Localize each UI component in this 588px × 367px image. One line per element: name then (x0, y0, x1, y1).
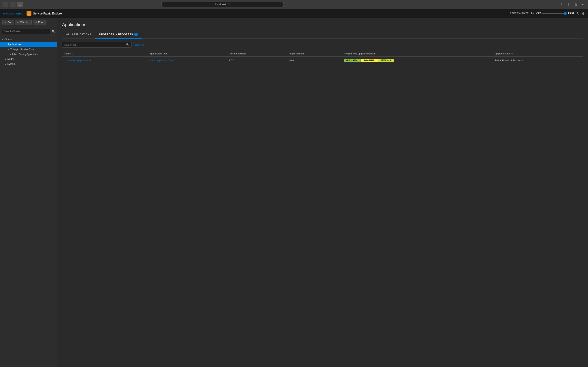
chevron-down-icon: ▼ (2, 39, 4, 41)
sidebar-item-applications[interactable]: ▼ Applications (0, 42, 57, 47)
status-bar: ✔ OK ⚠ Warning ✖ Error (0, 18, 57, 27)
browser-chrome: ‹ › □ localhost ↻ ⬇ ⬆ ⧉ + (0, 0, 588, 9)
header-right: REFRESH RATE 2s OFF FAST ↻ ⚙ (510, 12, 585, 16)
cell-upgrade-domain: b9d52c016a... c2e9eff1976... cf68563e16.… (342, 57, 492, 64)
ok-status-button[interactable]: ✔ OK (2, 20, 13, 25)
search-filter-icon: 🔍 (126, 43, 129, 46)
table-header-row: Name ▲ Application Type Current Version … (62, 51, 583, 57)
app-title-text: Service Fabric Explorer (33, 12, 63, 15)
error-status-button[interactable]: ✖ Error (33, 20, 46, 25)
warning-label: Warning (20, 21, 29, 24)
cell-target-version: 2.0.0 (286, 57, 341, 64)
applications-label: Applications (8, 43, 21, 46)
search-cluster: 🔍 (0, 27, 57, 36)
system-label: System (7, 63, 16, 66)
content-header: Applications ALL APPLICATIONS UPGRADES I… (57, 18, 588, 39)
sidebar-item-system[interactable]: ▶ System (0, 62, 57, 67)
search-list-input[interactable] (64, 43, 125, 46)
error-icon: ✖ (35, 21, 37, 24)
refresh-rate-label: REFRESH RATE (510, 12, 528, 15)
sidebar-item-nodes[interactable]: ▶ Nodes (0, 57, 57, 62)
back-button[interactable]: ‹ (2, 2, 8, 7)
column-header-upgrade-state: Upgrade State ▽ (492, 51, 583, 57)
ok-icon: ✔ (5, 21, 7, 24)
app-title: ⬡ Service Fabric Explorer (26, 11, 63, 16)
azure-logo: Microsoft Azure (3, 12, 23, 15)
add-tab-icon[interactable]: + (580, 2, 586, 7)
search-filter-bar: 🔍 Reset All (62, 42, 583, 48)
tab-badge: 1 (134, 33, 138, 36)
refresh-icon[interactable]: ↻ (577, 12, 579, 16)
page-title: Applications (62, 22, 583, 27)
download-icon[interactable]: ⬇ (559, 2, 565, 7)
fabric-icon: ⬡ (26, 11, 31, 16)
cell-app-type: VotingApplicationType (147, 57, 226, 64)
app-type-link[interactable]: VotingApplicationType (149, 59, 173, 62)
search-cluster-button[interactable]: 🔍 (52, 30, 55, 33)
off-label: OFF (536, 12, 541, 15)
toggle-thumb (564, 12, 567, 15)
column-header-target-version: Target Version (286, 51, 341, 57)
window-button[interactable]: □ (17, 2, 23, 7)
chevron-down-icon: ▼ (5, 43, 7, 46)
sidebar-item-voting-app-type[interactable]: ▼ VotingApplicationType (0, 47, 57, 52)
warning-status-button[interactable]: ⚠ Warning (15, 20, 31, 25)
column-header-upgrade-domain: Progress by Upgrade Domain (342, 51, 492, 57)
tab-upgrades-in-progress[interactable]: UPGRADES IN PROGRESS 1 (95, 31, 142, 39)
share-icon[interactable]: ⬆ (566, 2, 572, 7)
cell-current-version: 1.0.0 (226, 57, 286, 64)
voting-app-type-label: VotingApplicationType (10, 48, 34, 51)
chevron-right-icon: ▶ (5, 63, 7, 65)
search-filter: 🔍 (62, 42, 131, 48)
warning-icon: ⚠ (17, 21, 19, 24)
reload-icon[interactable]: ↻ (227, 3, 230, 6)
column-header-name: Name ▲ (62, 51, 147, 57)
cell-name: fabric:/VotingApplication (62, 57, 147, 64)
table-row: fabric:/VotingApplication VotingApplicat… (62, 57, 583, 64)
column-header-app-type: Application Type (147, 51, 226, 57)
tabs-icon[interactable]: ⧉ (573, 2, 579, 7)
tab-upgrades-label: UPGRADES IN PROGRESS (99, 33, 133, 36)
app-header: Microsoft Azure ⬡ Service Fabric Explore… (0, 9, 588, 18)
chevron-right-icon: ▶ (5, 58, 7, 60)
tab-all-applications[interactable]: ALL APPLICATIONS (62, 31, 95, 39)
filter-icon[interactable]: ▽ (511, 53, 513, 55)
name-link[interactable]: fabric:/VotingApplication (65, 59, 91, 62)
sidebar-item-cluster[interactable]: ▼ Cluster (0, 37, 57, 42)
refresh-rate-value: 2s (531, 12, 534, 15)
upgrade-domain-bar-3[interactable]: cf68563e16... (378, 59, 394, 62)
sidebar: ✔ OK ⚠ Warning ✖ Error 🔍 ▼ Cluster ▼ (0, 18, 57, 367)
browser-actions: ⬇ ⬆ ⧉ + (559, 2, 586, 7)
tabs: ALL APPLICATIONS UPGRADES IN PROGRESS 1 (62, 31, 583, 39)
upgrade-domain-bars: b9d52c016a... c2e9eff1976... cf68563e16.… (344, 59, 490, 62)
refresh-toggle: OFF FAST (536, 12, 574, 15)
cluster-label: Cluster (4, 38, 12, 41)
chevron-down-icon: ▼ (7, 48, 9, 50)
cell-upgrade-state: RollingForwardInProgress (492, 57, 583, 64)
settings-icon[interactable]: ⚙ (582, 12, 585, 16)
search-cluster-input[interactable] (2, 29, 50, 34)
upgrade-domain-bar-1[interactable]: b9d52c016a... (344, 59, 361, 62)
error-label: Error (38, 21, 44, 24)
tab-all-applications-label: ALL APPLICATIONS (66, 33, 91, 36)
upgrade-domain-bar-2[interactable]: c2e9eff1976... (361, 59, 378, 62)
reset-all-button[interactable]: Reset All (134, 43, 144, 46)
toggle-slider[interactable] (542, 13, 567, 14)
sidebar-item-voting-application[interactable]: ▶ fabric:/VotingApplication (0, 52, 57, 57)
sort-icon[interactable]: ▲ (72, 53, 74, 55)
tree-nav: ▼ Cluster ▼ Applications ▼ VotingApplica… (0, 36, 57, 367)
data-table: Name ▲ Application Type Current Version … (62, 51, 583, 64)
url-text: localhost (215, 3, 226, 6)
address-bar: localhost ↻ (161, 2, 284, 7)
content-area: Applications ALL APPLICATIONS UPGRADES I… (57, 18, 588, 367)
ok-label: OK (8, 21, 11, 24)
forward-button[interactable]: › (10, 2, 16, 7)
chevron-right-icon: ▶ (10, 53, 11, 55)
voting-application-label: fabric:/VotingApplication (12, 53, 38, 56)
content-body: 🔍 Reset All Name ▲ Application Type Curr… (57, 39, 588, 367)
column-header-current-version: Current Version (226, 51, 286, 57)
main-layout: ✔ OK ⚠ Warning ✖ Error 🔍 ▼ Cluster ▼ (0, 18, 588, 367)
fast-label: FAST (568, 12, 574, 15)
nodes-label: Nodes (7, 58, 15, 60)
